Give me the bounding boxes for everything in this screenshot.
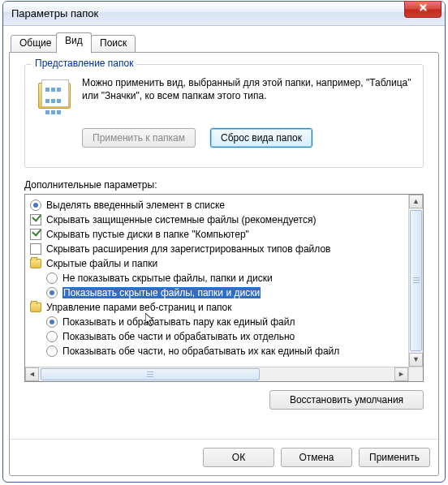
list-item-label: Скрывать пустые диски в папке "Компьютер… xyxy=(46,229,249,240)
scroll-left-button[interactable]: ◄ xyxy=(25,367,39,381)
tab-general[interactable]: Общие xyxy=(11,35,60,53)
list-item[interactable]: Скрывать защищенные системные файлы (рек… xyxy=(25,212,408,227)
reset-folders-button[interactable]: Сброс вида папок xyxy=(210,128,312,148)
apply-to-folders-button[interactable]: Применить к папкам xyxy=(82,128,196,148)
reset-folders-label: Сброс вида папок xyxy=(221,132,302,144)
hscroll-thumb[interactable] xyxy=(41,368,260,380)
list-item[interactable]: Выделять введенный элемент в списке xyxy=(25,198,408,212)
checkbox-icon[interactable] xyxy=(30,214,41,225)
list-item[interactable]: Скрывать расширения для зарегистрированн… xyxy=(25,242,408,256)
scroll-down-button[interactable]: ▼ xyxy=(409,353,423,367)
list-item[interactable]: Показывать обе части, но обрабатывать их… xyxy=(25,344,408,358)
vertical-scrollbar[interactable]: ▲ ▼ xyxy=(408,195,423,367)
close-icon: ✕ xyxy=(419,2,428,14)
close-button[interactable]: ✕ xyxy=(404,2,442,18)
folder-views-group: Представление папок Можно применить вид,… xyxy=(24,64,424,168)
list-item-label: Показывать и обрабатывать пару как едины… xyxy=(62,316,295,328)
list-item-label: Показывать обе части и обрабатывать их о… xyxy=(62,331,295,342)
radio-icon[interactable] xyxy=(46,287,58,298)
apply-label: Применить xyxy=(369,452,420,463)
apply-button[interactable]: Применить xyxy=(359,448,430,467)
list-item[interactable]: Не показывать скрытые файлы, папки и дис… xyxy=(25,271,408,285)
folder-views-legend: Представление папок xyxy=(32,58,136,69)
list-item-label: Показывать обе части, но обрабатывать их… xyxy=(62,346,339,357)
tab-view-label: Вид xyxy=(65,35,83,46)
cancel-label: Отмена xyxy=(299,452,334,463)
horizontal-scrollbar[interactable]: ◄ ► xyxy=(25,367,408,381)
radio-icon[interactable] xyxy=(46,316,58,328)
apply-to-folders-label: Применить к папкам xyxy=(93,132,185,144)
folder-icon xyxy=(30,259,41,268)
list-item-label: Не показывать скрытые файлы, папки и дис… xyxy=(62,273,273,284)
advanced-settings-list[interactable]: Выделять введенный элемент в спискеСкрыв… xyxy=(24,194,424,382)
checkbox-icon[interactable] xyxy=(30,229,41,240)
restore-defaults-label: Восстановить умолчания xyxy=(290,394,403,406)
advanced-label: Дополнительные параметры: xyxy=(24,179,157,191)
list-item[interactable]: Управление парами веб-страниц и папок xyxy=(25,300,408,315)
window-title: Параметры папок xyxy=(3,7,98,19)
tab-view[interactable]: Вид xyxy=(56,32,92,54)
tabpanel-view: Представление папок Можно применить вид,… xyxy=(9,52,439,476)
radio-icon[interactable] xyxy=(30,200,41,211)
folder-views-icon xyxy=(38,79,71,112)
tab-search-label: Поиск xyxy=(100,37,127,49)
list-item[interactable]: Скрытые файлы и папки xyxy=(25,256,408,271)
list-content: Выделять введенный элемент в спискеСкрыв… xyxy=(25,195,408,367)
client-area: Общие Вид Поиск Представление папок Можн… xyxy=(9,32,439,476)
cancel-button[interactable]: Отмена xyxy=(281,448,352,467)
restore-defaults-button[interactable]: Восстановить умолчания xyxy=(269,390,424,410)
vscroll-thumb[interactable] xyxy=(410,210,422,351)
checkbox-icon[interactable] xyxy=(30,243,41,255)
radio-icon[interactable] xyxy=(46,273,58,284)
folder-views-text: Можно применить вид, выбранный для этой … xyxy=(82,76,415,102)
tab-general-label: Общие xyxy=(19,37,51,49)
list-item-label: Выделять введенный элемент в списке xyxy=(46,200,225,211)
ok-label: ОК xyxy=(232,452,245,463)
list-item-label: Скрывать защищенные системные файлы (рек… xyxy=(46,214,316,225)
radio-icon[interactable] xyxy=(46,331,58,342)
list-item[interactable]: Показывать скрытые файлы, папки и диски xyxy=(25,285,408,300)
list-item-label: Скрытые файлы и папки xyxy=(46,258,157,269)
ok-button[interactable]: ОК xyxy=(203,448,274,467)
list-item-label: Управление парами веб-страниц и папок xyxy=(46,302,232,313)
titlebar[interactable]: Параметры папок ✕ xyxy=(3,2,445,26)
dialog-separator xyxy=(10,439,438,440)
folder-icon xyxy=(30,303,41,312)
tab-search[interactable]: Поиск xyxy=(91,35,136,53)
list-item[interactable]: Скрывать пустые диски в папке "Компьютер… xyxy=(25,227,408,242)
tabstrip: Общие Вид Поиск xyxy=(9,32,439,53)
scroll-right-button[interactable]: ► xyxy=(394,367,408,381)
list-item[interactable]: Показывать и обрабатывать пару как едины… xyxy=(25,315,408,329)
dialog-buttons: ОК Отмена Применить xyxy=(203,448,430,467)
list-item-label: Скрывать расширения для зарегистрированн… xyxy=(46,243,330,255)
scroll-corner xyxy=(408,367,423,381)
list-item[interactable]: Показывать обе части и обрабатывать их о… xyxy=(25,329,408,344)
scroll-up-button[interactable]: ▲ xyxy=(409,195,423,208)
list-item-label: Показывать скрытые файлы, папки и диски xyxy=(62,287,261,298)
radio-icon[interactable] xyxy=(46,346,58,357)
folder-options-window: Параметры папок ✕ Общие Вид Поиск Предст… xyxy=(2,1,446,483)
